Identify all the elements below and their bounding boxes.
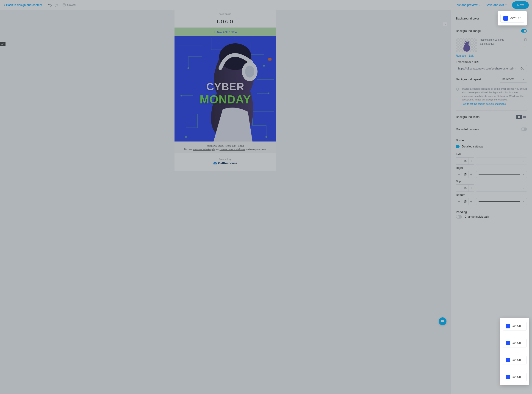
right-stepper[interactable]: − + (456, 171, 474, 178)
brand-logo[interactable]: GetResponse (175, 161, 276, 171)
change-contact-link[interactable]: zmienić dane kontaktowe (219, 148, 245, 151)
increment-button[interactable]: + (469, 198, 474, 205)
padding-individual-toggle[interactable] (456, 215, 462, 218)
selection-handle[interactable] (268, 58, 272, 61)
width-contained-button[interactable] (517, 115, 522, 119)
hero-section[interactable]: CYBER MONDAY (175, 36, 276, 141)
back-link[interactable]: Back to design and content (3, 3, 42, 7)
increment-button[interactable]: + (469, 185, 474, 192)
chat-icon (441, 319, 444, 323)
logo-block[interactable]: LOGO (175, 17, 276, 27)
rounded-toggle[interactable] (521, 128, 527, 131)
left-color-hex: #2251FF (512, 325, 523, 328)
section-tag[interactable]: on (0, 42, 5, 46)
left-style-select[interactable] (476, 158, 527, 164)
tip-link[interactable]: How to set the section background image (462, 102, 527, 106)
edit-link[interactable]: Edit (469, 54, 474, 57)
chevron-left-icon (3, 4, 5, 6)
svg-point-4 (185, 136, 187, 138)
person-thumb-icon (460, 39, 473, 52)
right-color-hex: #2251FF (512, 342, 523, 345)
svg-rect-13 (518, 116, 520, 118)
padding-label: Padding (456, 210, 467, 214)
back-label: Back to design and content (6, 3, 42, 7)
envelope-icon (213, 162, 217, 165)
embed-url-input[interactable] (456, 65, 518, 72)
svg-point-12 (469, 42, 471, 46)
chevron-down-icon (505, 4, 507, 6)
redo-button[interactable] (55, 3, 59, 7)
svg-point-7 (266, 136, 267, 138)
border-colors-popout: #2251FF #2251FF #2251FF #2251FF (500, 318, 529, 385)
tip-text: Images are not recognized by some email … (462, 87, 527, 101)
svg-rect-14 (523, 116, 526, 118)
email-canvas[interactable]: View online LOGO FREE SHIPPING (175, 10, 276, 171)
bottom-color-picker[interactable]: #2251FF (503, 373, 527, 381)
delete-image-button[interactable] (524, 38, 527, 42)
bg-color-label: Background color (456, 17, 479, 20)
embed-go-button[interactable]: Go (518, 65, 527, 72)
left-value-input[interactable] (462, 158, 469, 164)
chevron-down-icon (522, 160, 524, 162)
footer-unsub: Możesz anulować subskrypcję lub zmienić … (175, 148, 276, 153)
decrement-button[interactable]: − (456, 198, 462, 205)
selection-outline (178, 57, 273, 74)
bg-image-label: Background image (456, 29, 481, 33)
canvas-area[interactable]: on View online LOGO FREE SHIPPING (0, 10, 451, 394)
bg-color-picker[interactable]: #2251FF (500, 14, 524, 23)
chat-fab[interactable] (439, 317, 446, 325)
replace-link[interactable]: Replace (456, 54, 466, 57)
color-swatch (503, 16, 508, 21)
top-stepper[interactable]: − + (456, 184, 474, 192)
increment-button[interactable]: + (469, 158, 474, 164)
top-value-input[interactable] (462, 185, 469, 192)
increment-button[interactable]: + (469, 171, 474, 178)
detailed-radio[interactable] (456, 145, 460, 148)
right-value-input[interactable] (462, 171, 469, 178)
left-label: Left (456, 152, 527, 156)
chevron-down-icon (522, 78, 524, 80)
repeat-label: Background repeat (456, 78, 481, 81)
top-color-picker[interactable]: #2251FF (503, 356, 527, 364)
decrement-button[interactable]: − (456, 171, 462, 178)
bg-color-hex: #2251FF (510, 17, 521, 20)
save-exit-button[interactable]: Save and exit (486, 3, 507, 7)
decrement-button[interactable]: − (456, 158, 462, 164)
color-swatch (506, 324, 510, 328)
right-color-picker[interactable]: #2251FF (503, 339, 527, 347)
view-online-link[interactable]: View online (175, 10, 276, 17)
left-stepper[interactable]: − + (456, 157, 474, 165)
decrement-button[interactable]: − (456, 185, 462, 192)
top-style-select[interactable] (476, 185, 527, 192)
width-full-button[interactable] (522, 115, 527, 119)
bg-image-toggle[interactable] (521, 29, 527, 33)
undo-button[interactable] (48, 3, 52, 7)
left-color-picker[interactable]: #2251FF (503, 322, 527, 331)
top-label: Top (456, 180, 527, 183)
test-preview-button[interactable]: Test and preview (455, 3, 481, 7)
bg-image-thumb[interactable] (456, 38, 477, 52)
chevron-down-icon (522, 187, 524, 189)
bottom-style-select[interactable] (476, 198, 527, 205)
next-button[interactable]: Next (512, 1, 529, 9)
bottom-stepper[interactable]: − + (456, 198, 474, 205)
free-shipping-bar[interactable]: FREE SHIPPING (175, 27, 276, 36)
detailed-label: Detailed settings (462, 145, 483, 148)
bottom-value-input[interactable] (462, 198, 469, 205)
svg-rect-11 (213, 162, 217, 164)
svg-point-3 (181, 95, 182, 96)
collapse-button[interactable] (443, 22, 447, 26)
chevron-down-icon (479, 4, 481, 6)
color-swatch (506, 358, 510, 362)
top-color-hex: #2251FF (512, 358, 523, 362)
size-text: Size: 589 KB (480, 42, 521, 46)
cancel-sub-link[interactable]: anulować subskrypcję (193, 148, 215, 151)
hero-line2: MONDAY (200, 93, 251, 106)
saved-indicator: Saved (62, 3, 76, 7)
right-label: Right (456, 166, 527, 170)
chevron-down-icon (522, 200, 524, 202)
svg-rect-1 (63, 4, 65, 5)
repeat-select[interactable]: no-repeat (500, 76, 527, 83)
color-swatch (506, 341, 510, 345)
right-style-select[interactable] (476, 171, 527, 178)
